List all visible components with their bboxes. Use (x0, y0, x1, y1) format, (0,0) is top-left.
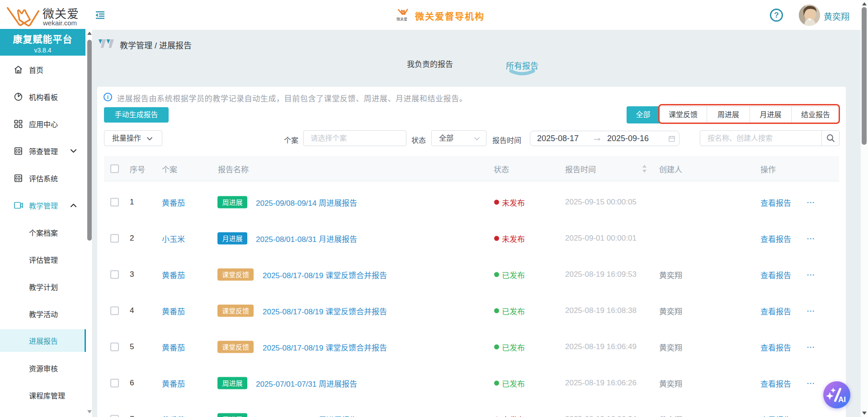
svg-text:AI: AI (838, 395, 846, 404)
